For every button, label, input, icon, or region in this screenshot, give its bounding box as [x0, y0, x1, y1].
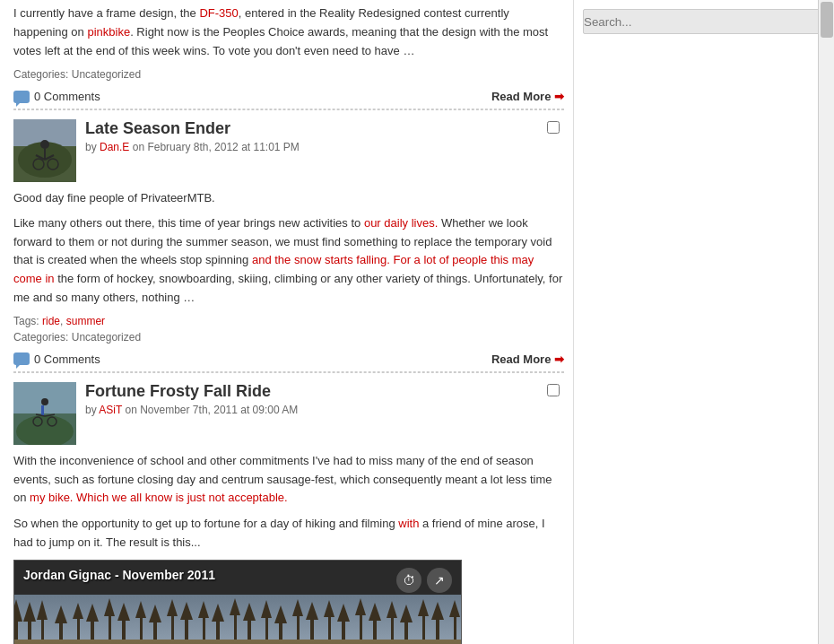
categories-label: Categories: — [13, 68, 68, 81]
pinkbike-link[interactable]: pinkbike — [87, 25, 130, 39]
svg-rect-76 — [454, 614, 456, 640]
article1-comment-bubble-icon — [13, 352, 30, 365]
svg-rect-44 — [203, 615, 205, 640]
video-container[interactable]: Jordan Gignac - November 2011 ⏱ ↗ — [13, 560, 462, 644]
article1-title[interactable]: Late Season Ender — [85, 119, 564, 138]
article2-author-link[interactable]: ASiT — [99, 404, 122, 416]
read-more-label: Read More — [491, 90, 551, 103]
top-article-categories: Categories: Uncategorized — [13, 68, 564, 81]
article1-intro: Good day fine people of PrivateerMTB. — [13, 189, 564, 207]
top-article-read-more[interactable]: Read More ➡ — [491, 90, 564, 103]
article1-tag-ride[interactable]: ride — [42, 315, 60, 327]
svg-rect-32 — [109, 613, 111, 640]
comment-bubble-icon — [13, 91, 30, 103]
article1-colored2: and the snow starts falling. For a lot o… — [13, 253, 534, 285]
article1-comments-count: 0 Comments — [34, 352, 100, 366]
df350-highlight: DF-350 — [199, 6, 238, 20]
scrollbar[interactable] — [818, 0, 834, 644]
article1-checkbox[interactable] — [547, 121, 560, 134]
article1-comments-link[interactable]: 0 Comments — [13, 352, 100, 366]
article2-colored2: with — [398, 517, 419, 530]
article1-categories: Categories: Uncategorized — [13, 331, 564, 344]
article2-thumbnail — [13, 382, 76, 445]
article1-read-more-label: Read More — [491, 352, 551, 366]
article2-body2: So when the opportunity to get up to for… — [13, 515, 564, 553]
svg-rect-52 — [265, 614, 268, 640]
article2-date: on November 7th, 2011 at 09:00 AM — [126, 404, 299, 416]
svg-rect-48 — [234, 613, 237, 640]
categories-value-link[interactable]: Uncategorized — [72, 68, 141, 81]
article1-meta: by Dan.E on February 8th, 2012 at 11:01 … — [85, 141, 564, 153]
article1-categories-value[interactable]: Uncategorized — [72, 331, 141, 344]
svg-rect-40 — [171, 614, 174, 640]
article2-body1: With the inconvenience of school and oth… — [13, 452, 564, 508]
main-content: I currently have a frame design, the DF-… — [0, 0, 574, 644]
svg-rect-60 — [328, 614, 331, 640]
article1-body: Like many others out there, this time of… — [13, 214, 564, 308]
svg-rect-28 — [77, 616, 80, 640]
article-late-season-ender: Late Season Ender by Dan.E on February 8… — [13, 110, 564, 372]
svg-rect-10 — [13, 382, 76, 413]
top-article: I currently have a frame design, the DF-… — [13, 0, 564, 110]
video-share-icon[interactable]: ↗ — [427, 568, 452, 593]
article1-read-more[interactable]: Read More ➡ — [491, 352, 564, 366]
article1-colored1: our daily lives. — [364, 216, 438, 230]
article1-date: on February 8th, 2012 at 11:01 PM — [133, 141, 300, 153]
article1-tag-summer[interactable]: summer — [66, 315, 105, 327]
svg-rect-19 — [14, 640, 462, 644]
tags-label: Tags: — [13, 315, 39, 327]
article1-read-more-arrow: ➡ — [551, 352, 564, 366]
svg-point-12 — [41, 398, 48, 405]
article2-colored1: my bike. Which we all know is just not a… — [30, 491, 288, 504]
top-article-comments-link[interactable]: 0 Comments — [13, 90, 100, 103]
sidebar-search-input[interactable] — [583, 9, 825, 34]
article1-thumbnail — [13, 119, 76, 182]
article-fortune-frosty: Fortune Frosty Fall Ride by ASiT on Nove… — [13, 373, 564, 644]
article2-header: Fortune Frosty Fall Ride by ASiT on Nove… — [13, 382, 564, 445]
video-title-overlay: Jordan Gignac - November 2011 — [23, 568, 215, 582]
video-clock-icon[interactable]: ⏱ — [396, 568, 421, 593]
svg-rect-13 — [41, 405, 44, 416]
video-background — [14, 596, 461, 644]
article2-title-area: Fortune Frosty Fall Ride by ASiT on Nove… — [85, 382, 564, 445]
video-controls: ⏱ ↗ — [396, 568, 452, 593]
sidebar — [574, 0, 834, 644]
svg-point-3 — [40, 140, 49, 149]
article2-meta: by ASiT on November 7th, 2011 at 09:00 A… — [85, 404, 564, 416]
top-article-body: I currently have a frame design, the DF-… — [13, 4, 564, 65]
svg-rect-68 — [391, 615, 394, 640]
top-article-footer: 0 Comments Read More ➡ — [13, 84, 564, 109]
article1-tags-line: Tags: ride, summer — [13, 315, 564, 327]
categories-label2: Categories: — [13, 331, 68, 344]
read-more-arrow: ➡ — [551, 90, 564, 103]
article1-header: Late Season Ender by Dan.E on February 8… — [13, 119, 564, 182]
top-article-text: I currently have a frame design, the DF-… — [13, 6, 548, 57]
scrollbar-thumb[interactable] — [821, 2, 833, 38]
article2-title[interactable]: Fortune Frosty Fall Ride — [85, 382, 564, 401]
svg-rect-36 — [140, 614, 143, 640]
article1-body-text: Like many others out there, this time of… — [13, 216, 562, 304]
page-wrapper: I currently have a frame design, the DF-… — [0, 0, 834, 644]
top-article-comments-count: 0 Comments — [34, 90, 100, 103]
article1-author-link[interactable]: Dan.E — [100, 141, 129, 153]
svg-rect-72 — [422, 614, 425, 640]
article1-footer: 0 Comments Read More ➡ — [13, 347, 564, 372]
article2-checkbox[interactable] — [547, 384, 560, 396]
svg-rect-64 — [360, 613, 362, 640]
svg-rect-56 — [297, 614, 300, 640]
article1-title-area: Late Season Ender by Dan.E on February 8… — [85, 119, 564, 182]
